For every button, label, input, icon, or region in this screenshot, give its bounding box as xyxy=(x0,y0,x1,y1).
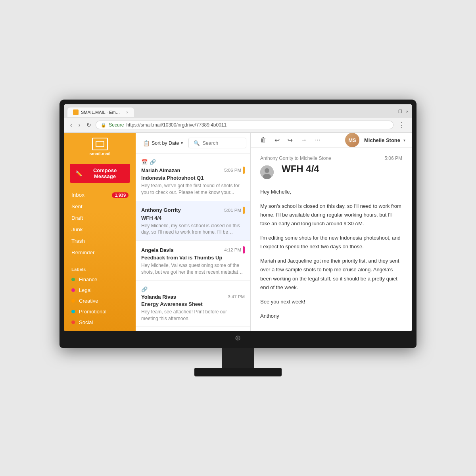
sort-button[interactable]: 📋 Sort by Date ▾ xyxy=(140,138,186,148)
trash-label: Trash xyxy=(71,238,85,244)
email-item-3[interactable]: Angela Davis 4:12 PM Feedback from Val i… xyxy=(136,241,250,281)
secure-icon: 🔒 xyxy=(101,123,106,128)
email-list-pane: 📋 Sort by Date ▾ 🔍 Search xyxy=(136,133,251,331)
compose-icon: ✏️ xyxy=(75,170,82,177)
email-icons-1: 📅 🔗 xyxy=(141,159,245,165)
labels-header: Labels xyxy=(64,265,136,274)
email-list-toolbar: 📋 Sort by Date ▾ 🔍 Search xyxy=(136,133,250,154)
maximize-btn[interactable]: ❐ xyxy=(398,109,402,114)
window-controls: — ❐ × xyxy=(390,109,409,116)
label-promotional[interactable]: Promotional xyxy=(64,306,136,317)
sort-label: Sort by Date xyxy=(152,140,179,146)
inbox-label: Inbox xyxy=(71,192,84,198)
user-avatar: MS xyxy=(345,133,359,147)
email-item-1[interactable]: 📅 🔗 Mariah Almazan 5:06 PM Indonesia xyxy=(136,154,250,201)
logo-icon-inner xyxy=(96,141,104,147)
sidebar-item-inbox[interactable]: Inbox 1,939 xyxy=(64,189,136,201)
secure-label: Secure xyxy=(109,122,124,128)
email-icons-4: 🔗 xyxy=(141,286,245,292)
junk-label: Junk xyxy=(71,226,83,232)
logo-icon xyxy=(92,138,108,150)
email-item-4[interactable]: 🔗 Yolanda Rivas 3:47 PM Energy Awareness… xyxy=(136,281,250,327)
label-creative[interactable]: Creative xyxy=(64,296,136,306)
inbox-badge: 1,939 xyxy=(112,192,129,198)
social-label: Social xyxy=(79,319,93,325)
legal-label: Legal xyxy=(79,287,92,293)
back-btn[interactable]: ‹ xyxy=(68,121,74,129)
email-header-4: Yolanda Rivas 3:47 PM xyxy=(141,294,245,300)
legal-dot xyxy=(71,288,75,292)
close-btn[interactable]: × xyxy=(406,109,409,114)
svg-point-1 xyxy=(265,168,269,173)
tab-close-btn[interactable]: × xyxy=(126,110,129,115)
body-see-you: See you next week! xyxy=(260,298,402,306)
hp-logo: ⊕ xyxy=(235,334,242,342)
label-social[interactable]: Social xyxy=(64,317,136,328)
sidebar-item-sent[interactable]: Sent xyxy=(64,201,136,212)
label-finance[interactable]: Finance xyxy=(64,274,136,285)
sender-2: Anthony Gorrity xyxy=(141,207,181,213)
subject-2: WFH 4/4 xyxy=(141,215,245,221)
compose-label: Compose Message xyxy=(85,167,125,179)
reminder-label: Reminder xyxy=(71,250,95,255)
more-btn[interactable]: ··· xyxy=(312,134,323,146)
compose-button[interactable]: ✏️ Compose Message xyxy=(70,164,130,183)
link-icon-4: 🔗 xyxy=(141,286,148,292)
preview-3: Hey Michelle, Val was questioning some o… xyxy=(141,262,245,276)
monitor-stand-base xyxy=(194,368,282,376)
email-item-2[interactable]: Anthony Gorrity 5:01 PM WFH 4/4 Hey Mich… xyxy=(136,201,250,241)
refresh-btn[interactable]: ↻ xyxy=(84,121,93,129)
minimize-btn[interactable]: — xyxy=(390,109,394,114)
from-to: Anthony Gorrity to Michelle Stone xyxy=(260,155,331,161)
email-detail-pane: 🗑 ↩ ↩ → ··· MS Michelle Stone ▾ Anthony … xyxy=(251,133,412,331)
sidebar-item-trash[interactable]: Trash xyxy=(64,235,136,247)
sender-1: Mariah Almazan xyxy=(141,167,180,173)
subject-4: Energy Awareness Sheet xyxy=(141,301,245,307)
body-paragraph-3: Mariah and Jacqueline got me their prior… xyxy=(260,257,402,292)
sidebar-item-junk[interactable]: Junk xyxy=(64,224,136,235)
time-dot-1 xyxy=(243,167,245,174)
time-3: 4:12 PM xyxy=(224,246,245,253)
forward-btn[interactable]: › xyxy=(77,121,83,129)
address-bar[interactable]: 🔒 Secure https://smail.mail/10300/nrgdri… xyxy=(96,121,393,129)
email-body: Hey Michelle, My son's school is closed … xyxy=(260,188,402,321)
label-legal[interactable]: Legal xyxy=(64,285,136,296)
sent-label: Sent xyxy=(71,203,83,209)
browser-chrome: SMAIL.MAIL - Email inbo... × — ❐ × ‹ › ↻… xyxy=(64,104,412,133)
undo-btn[interactable]: ↩ xyxy=(271,134,283,146)
sort-icon: 📋 xyxy=(143,140,150,146)
browser-toolbar: ‹ › ↻ 🔒 Secure https://smail.mail/10300/… xyxy=(64,118,412,132)
browser-tab[interactable]: SMAIL.MAIL - Email inbo... × xyxy=(67,107,134,117)
subject-3: Feedback from Val is Thumbs Up xyxy=(141,255,245,261)
preview-2: Hey Michelle, my son's school is closed … xyxy=(141,223,245,236)
forward-btn[interactable]: → xyxy=(298,134,310,146)
search-icon: 🔍 xyxy=(194,140,200,146)
email-header-3: Angela Davis 4:12 PM xyxy=(141,246,245,253)
sidebar-item-reminder[interactable]: Reminder xyxy=(64,247,136,258)
body-greeting: Hey Michelle, xyxy=(260,188,402,196)
monitor-logo: ⊕ xyxy=(64,331,412,344)
time-text-3: 4:12 PM xyxy=(224,248,241,252)
labels-section: Labels Finance Legal Creative xyxy=(64,261,136,331)
detail-toolbar: 🗑 ↩ ↩ → ··· MS Michelle Stone ▾ xyxy=(251,133,412,148)
email-meta: Anthony Gorrity to Michelle Stone 5:06 P… xyxy=(260,155,402,161)
sidebar-item-draft[interactable]: Draft xyxy=(64,212,136,224)
delete-btn[interactable]: 🗑 xyxy=(257,134,270,146)
search-label: Search xyxy=(202,140,218,146)
app-container: smail.mail ✏️ Compose Message Inbox 1,93… xyxy=(64,133,412,331)
time-4: 3:47 PM xyxy=(228,294,245,299)
detail-subject: WFH 4/4 xyxy=(282,163,319,175)
search-button[interactable]: 🔍 Search xyxy=(188,138,246,148)
redo-btn[interactable]: ↩ xyxy=(284,134,296,146)
finance-dot xyxy=(71,278,75,281)
email-header-1: Mariah Almazan 5:06 PM xyxy=(141,167,245,174)
creative-label: Creative xyxy=(79,298,98,304)
user-dropdown-arrow[interactable]: ▾ xyxy=(403,138,405,142)
tab-title: SMAIL.MAIL - Email inbo... xyxy=(81,110,121,115)
user-name: Michelle Stone xyxy=(364,137,400,143)
body-signoff: Anthony xyxy=(260,312,402,321)
monitor: SMAIL.MAIL - Email inbo... × — ❐ × ‹ › ↻… xyxy=(60,100,416,376)
browser-menu-btn[interactable]: ⋮ xyxy=(396,120,408,130)
monitor-screen: SMAIL.MAIL - Email inbo... × — ❐ × ‹ › ↻… xyxy=(64,104,412,331)
creative-dot xyxy=(71,299,75,303)
